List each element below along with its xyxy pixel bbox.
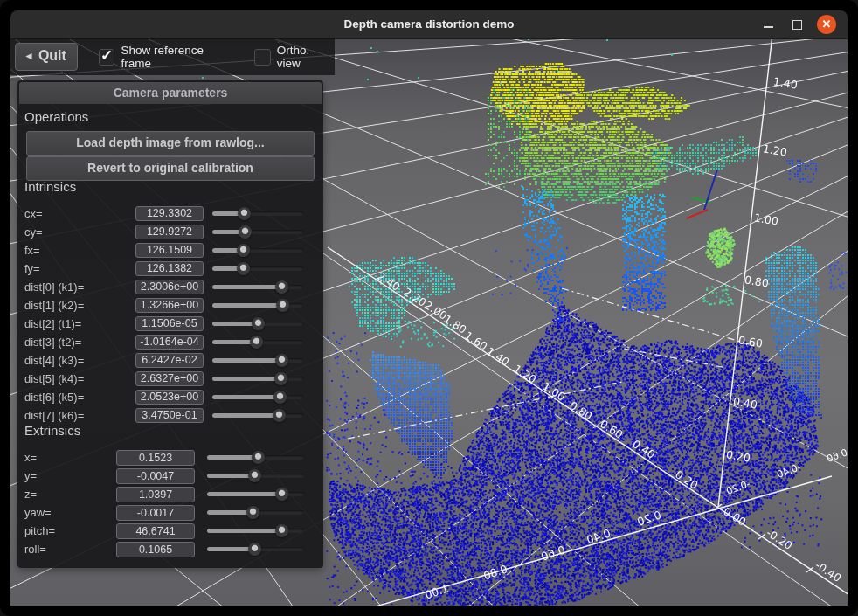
slider-knob[interactable] (252, 317, 265, 330)
param-value-field[interactable]: -0.0017 (116, 505, 195, 521)
panel-header[interactable]: Camera parameters (19, 82, 322, 104)
param-label: dist[1] (k2)= (24, 299, 135, 312)
title-bar[interactable]: Depth camera distortion demo ✕ (10, 10, 848, 39)
section-label-extrinsics: Extrinsics (24, 423, 80, 438)
param-slider[interactable] (212, 225, 303, 239)
minimize-icon (764, 26, 773, 28)
slider-knob[interactable] (237, 262, 250, 275)
maximize-button[interactable] (787, 15, 806, 34)
checkbox-ortho-view[interactable]: Ortho. view (254, 44, 335, 70)
param-row: yaw=-0.0017 (17, 503, 323, 522)
camera-parameters-panel: Camera parameters Operations Load depth … (17, 80, 323, 568)
param-label: z= (24, 488, 116, 501)
param-value-field[interactable]: 2.0523e+00 (135, 390, 204, 405)
param-value-field[interactable]: 126.1509 (135, 243, 204, 258)
param-value-field[interactable]: 1.0397 (116, 487, 195, 502)
param-row: y=-0.0047 (17, 467, 323, 485)
param-label: dist[4] (k3)= (24, 354, 135, 367)
back-arrow-icon: ◄ (24, 50, 34, 62)
param-label: dist[0] (k1)= (24, 280, 135, 294)
param-slider[interactable] (212, 372, 303, 385)
checkbox-label: Show reference frame (121, 44, 233, 70)
checkbox-show-reference-frame[interactable]: ✓ Show reference frame (99, 44, 233, 70)
slider-knob[interactable] (273, 391, 287, 404)
minimize-button[interactable] (759, 15, 778, 34)
param-row: roll=0.1065 (17, 540, 323, 558)
param-value-field[interactable]: 126.1382 (135, 261, 204, 276)
load-depth-image-button[interactable]: Load depth image from rawlog... (26, 131, 315, 156)
param-slider[interactable] (207, 506, 304, 519)
checkbox-icon[interactable] (254, 49, 270, 66)
param-value-field[interactable]: 129.3302 (135, 206, 204, 221)
param-value-field[interactable]: 3.4750e-01 (135, 408, 204, 423)
param-row: dist[4] (k3)=6.2427e-02 (17, 351, 323, 370)
param-label: dist[6] (k5)= (24, 391, 135, 404)
quit-button[interactable]: ◄Quit (15, 43, 78, 71)
param-slider[interactable] (212, 391, 303, 404)
param-slider[interactable] (212, 317, 303, 330)
param-value-field[interactable]: 2.6327e+00 (135, 371, 204, 386)
slider-knob[interactable] (275, 524, 288, 537)
param-slider[interactable] (212, 280, 303, 294)
param-row: dist[5] (k4)=2.6327e+00 (17, 370, 323, 388)
param-value-field[interactable]: 6.2427e-02 (135, 353, 204, 368)
param-value-field[interactable]: -1.0164e-04 (135, 335, 204, 350)
param-row: cx=129.3302 (17, 204, 323, 223)
checkbox-icon[interactable]: ✓ (99, 49, 115, 66)
param-slider[interactable] (212, 299, 303, 312)
close-icon: ✕ (817, 15, 836, 34)
param-label: dist[5] (k4)= (24, 372, 135, 385)
param-label: dist[2] (t1)= (24, 317, 135, 330)
param-slider[interactable] (212, 244, 303, 257)
param-slider[interactable] (212, 354, 303, 367)
param-value-field[interactable]: 0.1523 (116, 450, 195, 466)
param-row: z=1.0397 (17, 485, 323, 503)
section-label-operations: Operations (24, 109, 88, 124)
slider-knob[interactable] (246, 506, 259, 519)
param-slider[interactable] (212, 409, 303, 422)
slider-knob[interactable] (273, 409, 286, 422)
slider-knob[interactable] (274, 372, 287, 385)
slider-knob[interactable] (248, 543, 261, 556)
param-slider[interactable] (212, 262, 303, 275)
intrinsics-rows: cx=129.3302cy=129.9272fx=126.1509fy=126.… (17, 204, 323, 425)
revert-calibration-button[interactable]: Revert to original calibration (26, 156, 315, 181)
close-button[interactable]: ✕ (817, 15, 836, 34)
param-value-field[interactable]: 2.3006e+00 (135, 280, 204, 294)
param-slider[interactable] (207, 524, 304, 537)
param-label: cx= (24, 207, 135, 220)
param-value-field[interactable]: 129.9272 (135, 225, 204, 239)
param-slider[interactable] (212, 336, 303, 349)
param-slider[interactable] (212, 207, 303, 220)
slider-knob[interactable] (250, 336, 263, 349)
param-slider[interactable] (207, 469, 304, 482)
param-row: dist[3] (t2)=-1.0164e-04 (17, 333, 323, 351)
slider-knob[interactable] (276, 299, 289, 312)
section-label-intrinsics: Intrinsics (24, 179, 76, 194)
param-row: dist[0] (k1)=2.3006e+00 (17, 278, 323, 296)
param-label: fy= (24, 262, 135, 275)
slider-knob[interactable] (275, 354, 288, 367)
param-slider[interactable] (207, 543, 304, 556)
slider-knob[interactable] (275, 280, 288, 294)
param-value-field[interactable]: 0.1065 (116, 542, 195, 557)
slider-knob[interactable] (238, 207, 251, 220)
slider-knob[interactable] (239, 225, 252, 239)
param-row: dist[2] (t1)=1.1506e-05 (17, 315, 323, 333)
maximize-icon (792, 20, 802, 30)
param-slider[interactable] (207, 451, 304, 464)
slider-knob[interactable] (237, 244, 250, 257)
slider-knob[interactable] (252, 451, 265, 464)
param-value-field[interactable]: 1.3266e+00 (135, 298, 204, 313)
param-slider[interactable] (207, 488, 304, 501)
slider-knob[interactable] (275, 488, 288, 501)
toolbar: ◄Quit ✓ Show reference frame Ortho. view (10, 38, 335, 75)
param-row: pitch=46.6741 (17, 522, 323, 540)
slider-knob[interactable] (248, 469, 261, 482)
param-label: pitch= (24, 524, 116, 537)
param-row: dist[1] (k2)=1.3266e+00 (17, 296, 323, 315)
param-value-field[interactable]: 1.1506e-05 (135, 316, 204, 331)
param-value-field[interactable]: 46.6741 (116, 523, 195, 539)
param-value-field[interactable]: -0.0047 (116, 468, 195, 484)
param-label: y= (24, 469, 116, 482)
